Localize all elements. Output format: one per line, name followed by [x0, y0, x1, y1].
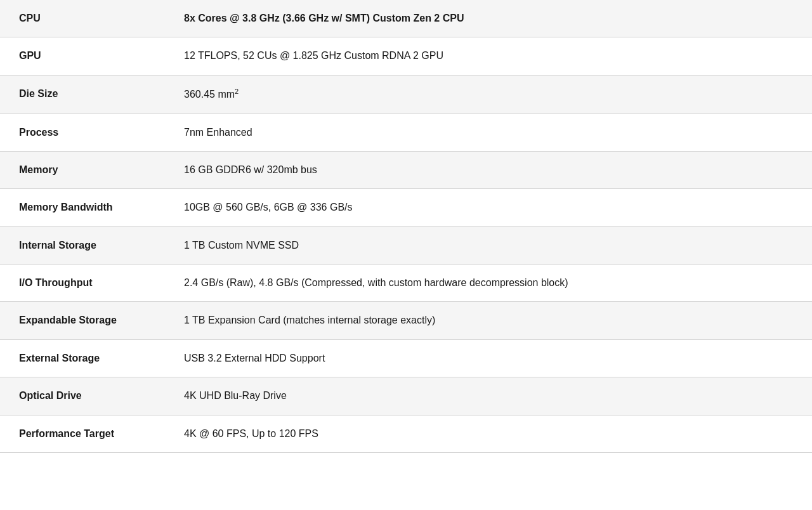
- spec-label: GPU: [0, 37, 165, 75]
- table-row: CPU8x Cores @ 3.8 GHz (3.66 GHz w/ SMT) …: [0, 0, 812, 37]
- table-row: GPU12 TFLOPS, 52 CUs @ 1.825 GHz Custom …: [0, 37, 812, 75]
- spec-value: 1 TB Custom NVME SSD: [165, 226, 812, 264]
- spec-label: Performance Target: [0, 415, 165, 452]
- table-row: Optical Drive4K UHD Blu-Ray Drive: [0, 377, 812, 415]
- table-row: Performance Target4K @ 60 FPS, Up to 120…: [0, 415, 812, 452]
- table-row: Expandable Storage1 TB Expansion Card (m…: [0, 302, 812, 339]
- spec-label: Die Size: [0, 75, 165, 114]
- spec-value: 16 GB GDDR6 w/ 320mb bus: [165, 151, 812, 188]
- spec-label: CPU: [0, 0, 165, 37]
- table-row: Process7nm Enhanced: [0, 114, 812, 151]
- spec-value: 12 TFLOPS, 52 CUs @ 1.825 GHz Custom RDN…: [165, 37, 812, 75]
- spec-label: Process: [0, 114, 165, 151]
- spec-label: Expandable Storage: [0, 302, 165, 339]
- table-row: Memory16 GB GDDR6 w/ 320mb bus: [0, 151, 812, 188]
- spec-value: 1 TB Expansion Card (matches internal st…: [165, 302, 812, 339]
- spec-label: External Storage: [0, 339, 165, 377]
- spec-label: I/O Throughput: [0, 265, 165, 302]
- spec-label: Internal Storage: [0, 226, 165, 264]
- spec-value: 7nm Enhanced: [165, 114, 812, 151]
- table-row: I/O Throughput2.4 GB/s (Raw), 4.8 GB/s (…: [0, 265, 812, 302]
- spec-label: Memory Bandwidth: [0, 189, 165, 226]
- table-row: Memory Bandwidth10GB @ 560 GB/s, 6GB @ 3…: [0, 189, 812, 226]
- table-row: External StorageUSB 3.2 External HDD Sup…: [0, 339, 812, 377]
- spec-value: 2.4 GB/s (Raw), 4.8 GB/s (Compressed, wi…: [165, 265, 812, 302]
- spec-value: 8x Cores @ 3.8 GHz (3.66 GHz w/ SMT) Cus…: [165, 0, 812, 37]
- specs-table: CPU8x Cores @ 3.8 GHz (3.66 GHz w/ SMT) …: [0, 0, 812, 453]
- spec-value: 4K UHD Blu-Ray Drive: [165, 377, 812, 415]
- spec-value: 4K @ 60 FPS, Up to 120 FPS: [165, 415, 812, 452]
- spec-value: USB 3.2 External HDD Support: [165, 339, 812, 377]
- spec-label: Memory: [0, 151, 165, 188]
- table-row: Die Size360.45 mm2: [0, 75, 812, 114]
- spec-value: 10GB @ 560 GB/s, 6GB @ 336 GB/s: [165, 189, 812, 226]
- spec-label: Optical Drive: [0, 377, 165, 415]
- spec-value: 360.45 mm2: [165, 75, 812, 114]
- table-row: Internal Storage1 TB Custom NVME SSD: [0, 226, 812, 264]
